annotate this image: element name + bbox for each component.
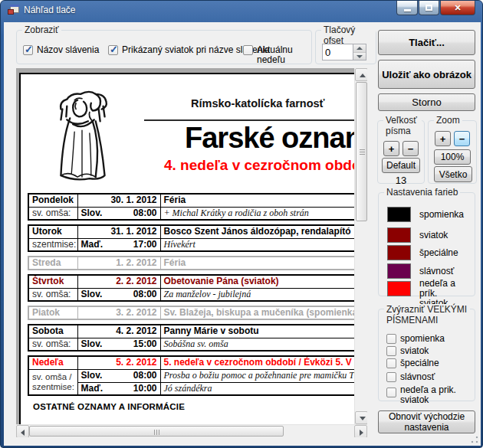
language-cell: Maď. [77, 382, 107, 395]
schedule-table: Pondelok 30. 1. 2012 Féria sv. omša: Slo… [28, 193, 367, 400]
zoom-fit-all-button[interactable]: Všetko [434, 166, 472, 182]
hl-checkbox-specialne[interactable]: špeciálne [386, 358, 439, 368]
day-block-thursday: Štvrtok 2. 2. 2012 Obetovanie Pána (svia… [28, 274, 367, 302]
celebration-cell: Obetovanie Pána (sviatok) [160, 275, 367, 288]
checkbox-icon[interactable] [386, 372, 396, 382]
preview-vertical-scrollbar[interactable] [354, 68, 367, 424]
resize-grip[interactable] [470, 435, 479, 444]
font-size-decrease-button[interactable]: − [402, 141, 419, 156]
offset-spin-down[interactable] [353, 53, 366, 60]
zoom-100-button[interactable]: 100% [434, 149, 471, 165]
scroll-down-button[interactable] [355, 411, 367, 424]
window-title: Náhľad tlače [24, 5, 76, 15]
offset-group-label: Tlačový ofset [321, 25, 376, 46]
checkbox-icon[interactable] [386, 334, 396, 344]
highlight-group-label: Zvýrazniť VEĽKÝMI PÍSMENAMI [384, 304, 470, 325]
thumb-grip [360, 152, 365, 152]
font-size-default-button[interactable]: Default [382, 158, 420, 173]
down-arrow-icon [360, 417, 366, 420]
time-cell: 08:00 [107, 288, 160, 301]
checkbox-icon[interactable] [23, 45, 33, 55]
checkbox-aktualnu-nedelu[interactable]: Aktuálnu nedeľu [243, 45, 311, 65]
mass-label-cell: sv. omša: [28, 207, 77, 220]
time-cell: 17:00 [107, 238, 160, 251]
color-swatch-nedela[interactable] [387, 281, 411, 296]
minimize-button[interactable] [396, 1, 418, 15]
time-cell: 15:00 [107, 338, 160, 351]
date-cell: 5. 2. 2012 [77, 356, 160, 369]
restore-defaults-button[interactable]: Obnoviť východzie nastavenia [378, 410, 475, 433]
checkbox-icon[interactable] [386, 358, 396, 368]
horizontal-scroll-thumb[interactable] [29, 426, 284, 437]
hl-checkbox-slavnost[interactable]: slávnosť [386, 372, 435, 382]
day-cell: Streda [28, 257, 77, 270]
celebration-cell: Bosco Szent János áldozópap, rendalapító [160, 225, 367, 238]
up-arrow-icon [360, 74, 366, 77]
color-swatch-slavnost[interactable] [387, 263, 411, 279]
zoom-out-button[interactable]: − [454, 131, 470, 146]
maximize-button[interactable] [419, 1, 439, 15]
time-cell: 08:00 [107, 207, 160, 220]
vertical-scroll-thumb[interactable] [356, 82, 367, 221]
cancel-button[interactable]: Storno [378, 93, 475, 111]
color-label: sviatok [419, 231, 448, 240]
intention-cell: Jó szándékra [160, 382, 367, 395]
preview-horizontal-scrollbar[interactable] [16, 424, 367, 437]
titlebar[interactable]: Náhľad tlače ✕ [1, 1, 482, 22]
parish-name: Rímsko-katolícka farnosť [191, 97, 325, 110]
date-cell: 31. 1. 2012 [77, 225, 160, 238]
language-cell: Slov. [77, 288, 107, 301]
color-label: špeciálne [419, 248, 458, 258]
intention-cell: Sobášna sv. omša [160, 338, 367, 351]
print-button[interactable]: Tlačiť... [378, 30, 475, 55]
document-subtitle: 4. nedeľa v cezročnom období [164, 157, 367, 174]
checkbox-icon[interactable] [108, 45, 118, 55]
font-size-increase-button[interactable]: + [383, 141, 399, 156]
day-cell: Sobota [28, 325, 77, 338]
checkbox-icon[interactable] [243, 45, 253, 55]
offset-spin-up[interactable] [353, 44, 366, 53]
zoom-group: Zoom + − 100% Všetko [428, 120, 477, 184]
color-swatch-sviatok[interactable] [387, 227, 411, 243]
document-page: Rímsko-katolícka farnosť Farské oznamy 4… [19, 73, 367, 437]
scroll-right-button[interactable] [354, 425, 367, 437]
mass-label-cell: sv. omša / szentmise: [28, 369, 77, 395]
color-settings-group: Nastavenia farieb spomienka sviatok špec… [378, 192, 475, 296]
day-block-sunday: Nedeľa 5. 2. 2012 5. nedeľa v cezročnom … [28, 355, 367, 396]
zoom-in-button[interactable]: + [435, 131, 451, 146]
offset-spinner[interactable] [322, 44, 366, 60]
mass-label-cell: sv. omša: [28, 288, 77, 301]
hl-checkbox-sviatok[interactable]: sviatok [386, 346, 429, 356]
time-cell: 08:00 [107, 369, 160, 382]
checkbox-icon[interactable] [386, 346, 396, 356]
up-arrow-icon [356, 47, 363, 50]
show-options-group: Zobraziť Názov slávenia Prikázaný sviato… [16, 30, 312, 64]
color-swatch-spomienka[interactable] [387, 207, 411, 222]
language-cell: Slov. [77, 369, 107, 382]
color-swatch-specialne[interactable] [387, 245, 411, 260]
day-block-monday: Pondelok 30. 1. 2012 Féria sv. omša: Slo… [28, 193, 367, 221]
thumb-grip [156, 430, 157, 435]
close-button[interactable]: ✕ [440, 1, 475, 15]
good-shepherd-logo [44, 87, 120, 185]
hl-checkbox-nedela[interactable]: nedeľa a prik.sviatok [386, 385, 456, 405]
scroll-left-button[interactable] [16, 425, 29, 437]
checkbox-nazov-slavenia[interactable]: Názov slávenia [23, 45, 99, 55]
save-as-image-button[interactable]: Uložiť ako obrázok [378, 60, 475, 89]
hl-checkbox-spomienka[interactable]: spomienka [386, 334, 445, 344]
down-arrow-icon [356, 55, 363, 58]
day-cell: Pondelok [28, 194, 77, 207]
language-cell: Maď. [77, 238, 107, 251]
celebration-cell: Féria [160, 257, 367, 270]
language-cell: Slov. [77, 207, 107, 220]
date-cell: 4. 2. 2012 [77, 325, 160, 338]
mass-label-cell: szentmise: [28, 238, 77, 251]
right-arrow-icon [360, 430, 363, 436]
offset-input[interactable] [323, 44, 353, 60]
date-cell: 1. 2. 2012 [77, 257, 160, 270]
color-label: slávnosť [419, 267, 454, 276]
celebration-cell: Sv. Blažeja, biskupa a mučeníka (spomien… [160, 306, 367, 319]
checkbox-icon[interactable] [386, 388, 396, 397]
day-cell: Štvrtok [28, 275, 77, 288]
scroll-up-button[interactable] [355, 68, 367, 81]
